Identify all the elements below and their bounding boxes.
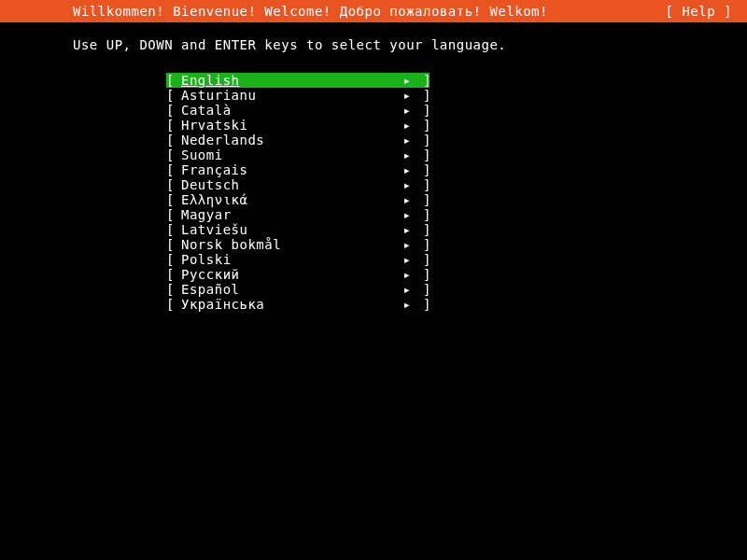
language-item[interactable]: [ Nederlands▸ ] (166, 133, 430, 147)
submenu-arrow-icon: ▸ (400, 252, 415, 267)
bracket-left: [ (166, 118, 181, 133)
language-item[interactable]: [ Suomi▸ ] (166, 147, 430, 162)
bracket-left: [ (166, 103, 181, 118)
language-item[interactable]: [ Català▸ ] (166, 103, 430, 118)
bracket-left: [ (166, 192, 181, 207)
bracket-left: [ (166, 237, 181, 252)
language-item[interactable]: [ Українська▸ ] (166, 297, 430, 312)
bracket-right: ] (415, 73, 430, 88)
language-item[interactable]: [ Asturianu▸ ] (166, 88, 430, 103)
language-name: Magyar (181, 207, 400, 222)
language-item[interactable]: [ Hrvatski▸ ] (166, 118, 430, 133)
bracket-right: ] (415, 192, 430, 207)
language-item[interactable]: [ Ελληνικά▸ ] (166, 192, 430, 207)
bracket-right: ] (415, 267, 430, 282)
submenu-arrow-icon: ▸ (400, 222, 415, 237)
body-area: Use UP, DOWN and ENTER keys to select yo… (0, 22, 747, 312)
language-name: English (181, 73, 400, 88)
submenu-arrow-icon: ▸ (400, 162, 415, 177)
language-name: Hrvatski (181, 118, 400, 133)
bracket-right: ] (415, 133, 430, 147)
bracket-left: [ (166, 282, 181, 297)
bracket-right: ] (415, 147, 430, 162)
bracket-left: [ (166, 207, 181, 222)
language-item[interactable]: [ Русский▸ ] (166, 267, 430, 282)
bracket-left: [ (166, 297, 181, 312)
language-item[interactable]: [ Latviešu▸ ] (166, 222, 430, 237)
language-item[interactable]: [ Español▸ ] (166, 282, 430, 297)
language-item[interactable]: [ Magyar▸ ] (166, 207, 430, 222)
bracket-right: ] (415, 297, 430, 312)
bracket-right: ] (415, 207, 430, 222)
bracket-left: [ (166, 222, 181, 237)
language-name: Asturianu (181, 88, 400, 103)
language-name: Русский (181, 267, 400, 282)
bracket-right: ] (415, 282, 430, 297)
submenu-arrow-icon: ▸ (400, 192, 415, 207)
submenu-arrow-icon: ▸ (400, 207, 415, 222)
bracket-right: ] (415, 88, 430, 103)
language-name: Ελληνικά (181, 192, 400, 207)
bracket-left: [ (166, 267, 181, 282)
submenu-arrow-icon: ▸ (400, 177, 415, 192)
language-list[interactable]: [ English▸ ][ Asturianu▸ ][ Català▸ ][ H… (166, 73, 430, 312)
header-title: Willkommen! Bienvenue! Welcome! Добро по… (73, 4, 548, 19)
bracket-right: ] (415, 252, 430, 267)
bracket-right: ] (415, 162, 430, 177)
bracket-left: [ (166, 147, 181, 162)
bracket-left: [ (166, 133, 181, 147)
submenu-arrow-icon: ▸ (400, 147, 415, 162)
language-item[interactable]: [ English▸ ] (166, 73, 430, 88)
bracket-right: ] (415, 237, 430, 252)
language-name: Nederlands (181, 133, 400, 147)
bracket-left: [ (166, 73, 181, 88)
submenu-arrow-icon: ▸ (400, 88, 415, 103)
language-item[interactable]: [ Deutsch▸ ] (166, 177, 430, 192)
help-button[interactable]: [ Help ] (666, 4, 732, 19)
language-name: Français (181, 162, 400, 177)
bracket-right: ] (415, 222, 430, 237)
header-bar: Willkommen! Bienvenue! Welcome! Добро по… (0, 0, 747, 22)
bracket-left: [ (166, 177, 181, 192)
bracket-left: [ (166, 88, 181, 103)
submenu-arrow-icon: ▸ (400, 103, 415, 118)
bracket-right: ] (415, 177, 430, 192)
language-item[interactable]: [ Polski▸ ] (166, 252, 430, 267)
language-item[interactable]: [ Norsk bokmål▸ ] (166, 237, 430, 252)
submenu-arrow-icon: ▸ (400, 133, 415, 147)
bracket-left: [ (166, 162, 181, 177)
language-name: Norsk bokmål (181, 237, 400, 252)
bracket-right: ] (415, 103, 430, 118)
submenu-arrow-icon: ▸ (400, 267, 415, 282)
submenu-arrow-icon: ▸ (400, 237, 415, 252)
submenu-arrow-icon: ▸ (400, 297, 415, 312)
instruction-text: Use UP, DOWN and ENTER keys to select yo… (73, 37, 747, 52)
submenu-arrow-icon: ▸ (400, 118, 415, 133)
language-name: Polski (181, 252, 400, 267)
language-name: Deutsch (181, 177, 400, 192)
language-name: Українська (181, 297, 400, 312)
language-name: Español (181, 282, 400, 297)
language-name: Suomi (181, 147, 400, 162)
submenu-arrow-icon: ▸ (400, 282, 415, 297)
language-name: Latviešu (181, 222, 400, 237)
language-item[interactable]: [ Français▸ ] (166, 162, 430, 177)
submenu-arrow-icon: ▸ (400, 73, 415, 88)
language-name: Català (181, 103, 400, 118)
bracket-left: [ (166, 252, 181, 267)
bracket-right: ] (415, 118, 430, 133)
